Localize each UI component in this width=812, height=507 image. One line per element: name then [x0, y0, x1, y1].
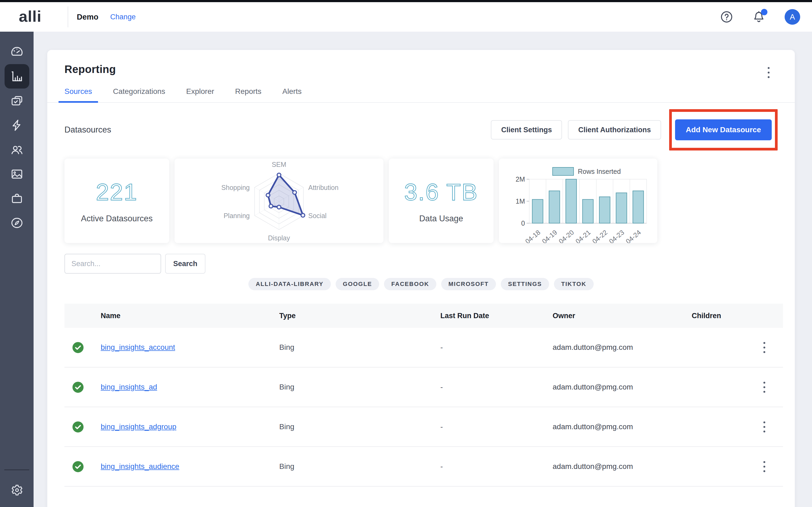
lightning-icon [10, 119, 23, 132]
add-new-highlight: Add New Datasource [669, 109, 778, 151]
svg-text:2M: 2M [516, 175, 525, 183]
clipboard-check-icon [10, 95, 23, 107]
search-input[interactable] [64, 254, 161, 274]
datasources-table: NameTypeLast Run DateOwnerChildren bing_… [64, 304, 783, 487]
bar-chart-icon [10, 70, 23, 83]
page-title: Reporting [64, 63, 795, 75]
stats-row: 221 Active Datasources SEMAttributionSoc… [64, 159, 778, 243]
svg-text:Rows Inserted: Rows Inserted [578, 168, 621, 175]
row-menu-button[interactable] [761, 419, 767, 435]
type-cell: Bing [279, 462, 440, 471]
change-client-link[interactable]: Change [110, 13, 136, 21]
tag-settings[interactable]: SETTINGS [501, 278, 549, 290]
sidebar-item-settings[interactable] [5, 478, 29, 502]
tag-facebook[interactable]: FACEBOOK [384, 278, 436, 290]
table-row: bing_insights_ad Bing - adam.dutton@pmg.… [64, 368, 783, 407]
last-run-cell: - [440, 343, 553, 352]
svg-text:04-20: 04-20 [557, 228, 575, 243]
search-button[interactable]: Search [165, 254, 205, 274]
page-menu-button[interactable] [766, 65, 772, 80]
last-run-cell: - [440, 383, 553, 391]
column-header-owner: Owner [553, 312, 692, 320]
status-cell [64, 341, 101, 353]
svg-text:04-21: 04-21 [574, 228, 592, 243]
success-check-icon [72, 341, 84, 353]
svg-text:1M: 1M [516, 198, 525, 205]
sidebar-item-automations[interactable] [5, 113, 29, 137]
alli-logo: alli [19, 2, 42, 32]
status-cell [64, 461, 101, 473]
sidebar-item-reporting[interactable] [5, 64, 29, 89]
add-new-datasource-button[interactable]: Add New Datasource [675, 119, 772, 140]
sidebar-item-explore[interactable] [5, 211, 29, 235]
active-datasources-value: 221 [96, 178, 138, 206]
row-menu-button[interactable] [761, 459, 767, 474]
table-row: bing_insights_adgroup Bing - adam.dutton… [64, 407, 783, 447]
topbar-actions: A [720, 2, 800, 32]
sidebar-item-creative[interactable] [5, 162, 29, 186]
tab-explorer[interactable]: Explorer [180, 87, 220, 102]
type-cell: Bing [279, 383, 440, 391]
help-button[interactable] [720, 10, 733, 23]
tag-google[interactable]: GOOGLE [336, 278, 379, 290]
tag-tiktok[interactable]: TIKTOK [554, 278, 594, 290]
client-settings-button[interactable]: Client Settings [491, 120, 562, 139]
table-body: bing_insights_account Bing - adam.dutton… [64, 328, 783, 487]
svg-text:04-19: 04-19 [541, 228, 559, 243]
children-cell [692, 380, 783, 395]
client-switcher: Demo Change [77, 2, 136, 32]
tag-microsoft[interactable]: MICROSOFT [441, 278, 496, 290]
sidebar-item-projects[interactable] [5, 89, 29, 113]
sidebar [0, 32, 34, 507]
channels-radar-card: SEMAttributionSocialDisplayPlanningShopp… [174, 159, 384, 243]
status-cell [64, 421, 101, 433]
svg-text:Shopping: Shopping [221, 184, 250, 191]
toolbar-actions: Client Settings Client Authorizations Ad… [491, 109, 778, 151]
tab-alerts[interactable]: Alerts [276, 87, 308, 102]
sidebar-item-audiences[interactable] [5, 137, 29, 162]
owner-cell: adam.dutton@pmg.com [553, 462, 692, 471]
notifications-button[interactable] [752, 10, 765, 23]
topbar: alli Demo Change A [0, 2, 812, 32]
type-cell: Bing [279, 343, 440, 352]
tab-bar: SourcesCategorizationsExplorerReportsAle… [47, 87, 795, 103]
table-header: NameTypeLast Run DateOwnerChildren [64, 304, 783, 328]
help-icon [720, 10, 733, 23]
children-cell [692, 459, 783, 474]
row-menu-button[interactable] [761, 340, 767, 355]
avatar[interactable]: A [784, 9, 800, 25]
data-usage-label: Data Usage [419, 214, 463, 223]
svg-text:04-18: 04-18 [524, 228, 542, 243]
last-run-cell: - [440, 462, 553, 471]
filter-tags: ALLI-DATA-LIBRARYGOOGLEFACEBOOKMICROSOFT… [64, 278, 778, 290]
row-menu-button[interactable] [761, 380, 767, 395]
notification-badge [761, 9, 767, 15]
rows-inserted-chart: 01M2M04-1804-1904-2004-2104-2204-2304-24… [499, 159, 657, 243]
datasource-link[interactable]: bing_insights_account [101, 343, 175, 351]
compass-icon [10, 217, 23, 229]
tab-categorizations[interactable]: Categorizations [107, 87, 171, 102]
window-top-edge [0, 0, 812, 2]
page: Reporting SourcesCategorizationsExplorer… [34, 32, 812, 507]
tab-reports[interactable]: Reports [229, 87, 267, 102]
active-datasources-label: Active Datasources [81, 214, 153, 223]
owner-cell: adam.dutton@pmg.com [553, 383, 692, 391]
svg-text:Display: Display [268, 234, 290, 242]
search-row: Search [64, 254, 778, 274]
radar-chart: SEMAttributionSocialDisplayPlanningShopp… [174, 159, 384, 243]
last-run-cell: - [440, 422, 553, 431]
sidebar-divider [4, 469, 29, 470]
success-check-icon [72, 421, 84, 433]
svg-text:04-23: 04-23 [608, 228, 626, 243]
tag-alli-data-library[interactable]: ALLI-DATA-LIBRARY [248, 278, 331, 290]
people-icon [10, 143, 23, 156]
client-authorizations-button[interactable]: Client Authorizations [568, 120, 661, 139]
sidebar-item-shopping[interactable] [5, 186, 29, 211]
svg-text:0: 0 [521, 219, 525, 227]
datasource-link[interactable]: bing_insights_audience [101, 462, 180, 470]
sidebar-item-dashboard[interactable] [5, 40, 29, 64]
datasource-link[interactable]: bing_insights_ad [101, 383, 157, 391]
sidebar-bottom [0, 469, 34, 502]
tab-sources[interactable]: Sources [58, 87, 98, 103]
datasource-link[interactable]: bing_insights_adgroup [101, 422, 176, 431]
